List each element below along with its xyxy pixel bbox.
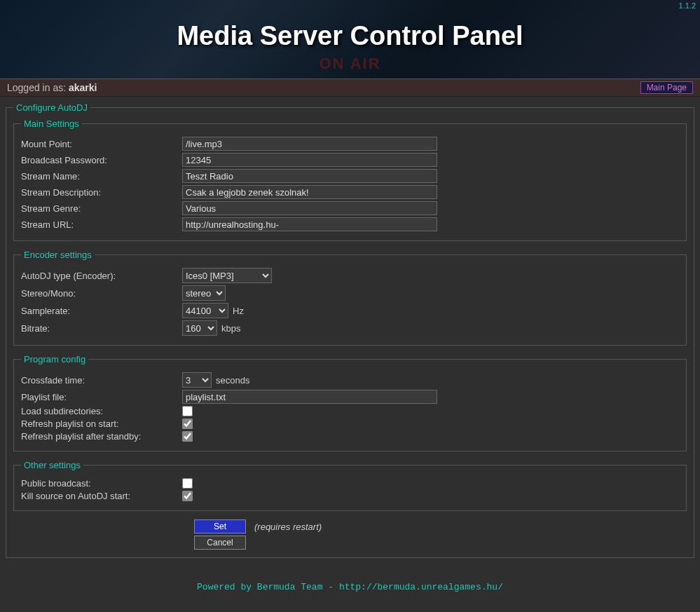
outer-legend: Configure AutoDJ <box>13 102 90 113</box>
kbps-suffix: kbps <box>221 323 240 334</box>
stream-genre-label: Stream Genre: <box>21 203 182 214</box>
kill-source-label: Kill source on AutoDJ start: <box>21 491 182 501</box>
kill-source-checkbox[interactable] <box>182 491 193 501</box>
stream-desc-label: Stream Description: <box>21 187 182 198</box>
subdirs-label: Load subdirectories: <box>21 406 182 416</box>
encoder-type-select[interactable]: Ices0 [MP3] <box>182 268 272 283</box>
stream-genre-input[interactable] <box>182 201 437 215</box>
stream-url-input[interactable] <box>182 217 437 231</box>
logged-in-text: Logged in as: akarki <box>7 82 97 93</box>
password-label: Broadcast Password: <box>21 155 182 165</box>
refresh-start-label: Refresh playlist on start: <box>21 419 182 429</box>
samplerate-select[interactable]: 44100 <box>182 303 228 318</box>
mount-label: Mount Point: <box>21 139 182 149</box>
public-checkbox[interactable] <box>182 478 193 489</box>
program-legend: Program config <box>21 354 88 365</box>
main-page-button[interactable]: Main Page <box>640 81 693 94</box>
stream-desc-input[interactable] <box>182 185 437 199</box>
main-settings-fieldset: Main Settings Mount Point: Broadcast Pas… <box>13 118 687 241</box>
refresh-standby-label: Refresh playlist after standby: <box>21 431 182 442</box>
password-input[interactable] <box>182 153 437 167</box>
main-settings-legend: Main Settings <box>21 118 82 129</box>
cancel-button[interactable]: Cancel <box>194 536 246 550</box>
mount-input[interactable] <box>182 137 437 151</box>
set-button[interactable]: Set <box>194 519 246 533</box>
program-config-fieldset: Program config Crossfade time:3seconds P… <box>13 354 687 451</box>
bitrate-label: Bitrate: <box>21 323 182 334</box>
stream-name-input[interactable] <box>182 169 437 183</box>
onair-text: ON AIR <box>319 55 380 73</box>
footer-link[interactable]: http://bermuda.unrealgames.hu/ <box>339 582 503 592</box>
other-settings-fieldset: Other settings Public broadcast: Kill so… <box>13 460 687 511</box>
stereo-select[interactable]: stereo <box>182 285 226 301</box>
configure-autodj-fieldset: Configure AutoDJ Main Settings Mount Poi… <box>6 102 694 558</box>
crossfade-label: Crossfade time: <box>21 375 182 386</box>
stream-name-label: Stream Name: <box>21 171 182 182</box>
encoder-type-label: AutoDJ type (Encoder): <box>21 271 182 281</box>
stream-url-label: Stream URL: <box>21 219 182 230</box>
hz-suffix: Hz <box>233 306 244 316</box>
refresh-start-checkbox[interactable] <box>182 419 193 429</box>
refresh-standby-checkbox[interactable] <box>182 431 193 442</box>
version-label: 1.1.2 <box>679 1 696 10</box>
other-legend: Other settings <box>21 460 83 470</box>
public-label: Public broadcast: <box>21 478 182 489</box>
username: akarki <box>69 82 97 93</box>
encoder-settings-fieldset: Encoder settings AutoDJ type (Encoder):I… <box>13 250 687 346</box>
samplerate-label: Samplerate: <box>21 306 182 316</box>
banner-title: Media Server Control Panel <box>177 21 523 51</box>
crossfade-select[interactable]: 3 <box>182 372 212 388</box>
seconds-suffix: seconds <box>216 375 249 386</box>
playlist-input[interactable] <box>182 390 437 404</box>
footer: Powered by Bermuda Team - http://bermuda… <box>0 572 700 605</box>
topbar: Logged in as: akarki Main Page <box>0 79 700 97</box>
banner: 1.1.2 Media Server Control Panel ON AIR <box>0 0 700 79</box>
stereo-label: Stereo/Mono: <box>21 288 182 299</box>
bitrate-select[interactable]: 160 <box>182 320 217 336</box>
restart-note: (requires restart) <box>254 522 322 532</box>
subdirs-checkbox[interactable] <box>182 406 193 416</box>
playlist-label: Playlist file: <box>21 392 182 402</box>
encoder-legend: Encoder settings <box>21 250 95 260</box>
